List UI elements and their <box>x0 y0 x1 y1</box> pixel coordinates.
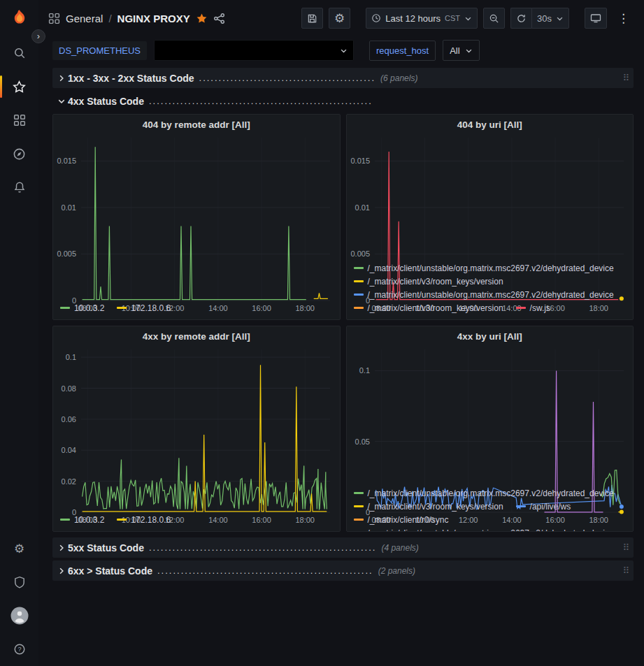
drag-handle-icon[interactable]: ⠿ <box>622 565 629 576</box>
time-series-chart-4xx-uri[interactable]: 08:0010:0012:0014:0016:0018:0000.050.1 <box>347 342 634 486</box>
breadcrumb-folder[interactable]: General <box>66 13 103 24</box>
legend-row: /_matrix/client/v3/room_keys/version/sw.… <box>354 302 627 315</box>
legend-item[interactable]: /_matrix/client/unstable/org.matrix.msc2… <box>354 487 614 500</box>
dot-leader: ........................................… <box>149 96 373 106</box>
refresh-button[interactable] <box>510 8 531 29</box>
legend-item[interactable]: /sw.js <box>516 302 550 315</box>
legend-label: /api/live/ws <box>530 502 571 512</box>
sidebar-spacer <box>0 204 38 532</box>
svg-text:?: ? <box>17 646 21 653</box>
refresh-button-group: 30s <box>510 8 569 29</box>
legend-item[interactable]: /api/live/ws <box>516 500 571 514</box>
legend-item[interactable]: 10.0.3.2 <box>60 302 104 315</box>
favorite-star-icon[interactable] <box>196 13 208 24</box>
row-header-1xx-3xx-2xx[interactable]: 1xx - 3xx - 2xx Status Code ............… <box>52 68 634 88</box>
panel-count: (6 panels) <box>380 73 417 83</box>
legend-row: 10.0.3.2172.18.0.6 <box>60 514 333 527</box>
zoom-out-icon <box>489 13 499 24</box>
legend-item[interactable]: 10.0.3.2 <box>60 514 104 527</box>
legend-item[interactable]: /_matrix/client/v3/room_keys/version <box>354 275 503 289</box>
legend-item[interactable]: /_matrix/client/v3/room_keys/version <box>354 500 503 514</box>
gear-glyph: ⚙ <box>14 543 24 555</box>
panel-404-by-uri: 404 by uri [All] 08:0010:0012:0014:0016:… <box>346 114 634 320</box>
dashboard-settings-button[interactable]: ⚙ <box>329 8 350 29</box>
tv-mode-button[interactable] <box>585 8 607 29</box>
legend-item[interactable]: 172.18.0.6 <box>117 302 171 315</box>
panel-title[interactable]: 404 by remote addr [All] <box>53 115 340 131</box>
chevron-down-icon <box>340 47 348 55</box>
refresh-interval-dropdown[interactable]: 30s <box>531 8 569 29</box>
legend-item[interactable]: 172.18.0.6 <box>117 514 171 527</box>
svg-text:0.015: 0.015 <box>350 157 370 165</box>
time-series-chart-404-uri[interactable]: 08:0010:0012:0014:0016:0018:0000.0050.01… <box>347 131 634 261</box>
explore-compass-icon[interactable] <box>0 137 38 171</box>
datasource-variable-select[interactable] <box>154 40 354 61</box>
main-area: General / NGINX PROXY ⚙ Last 12 hours CS… <box>38 0 644 666</box>
time-range-picker[interactable]: Last 12 hours CST <box>366 8 478 29</box>
series-color-mark <box>516 505 526 507</box>
panel-count: (2 panels) <box>378 566 415 576</box>
legend-item[interactable]: /_matrix/client/unstable/org.matrix.msc2… <box>354 527 614 531</box>
dot-leader: ........................................… <box>199 73 376 83</box>
drag-handle-icon[interactable]: ⠿ <box>622 542 629 553</box>
legend-row: /_matrix/client/v3/room_keys/version <box>354 275 627 289</box>
panel-title[interactable]: 4xx by remote addr [All] <box>53 326 340 342</box>
legend-row: /_matrix/client/v3/room_keys/version/api… <box>354 500 627 514</box>
svg-text:0.015: 0.015 <box>57 157 76 165</box>
search-icon[interactable] <box>0 36 38 70</box>
row-header-6xx[interactable]: 6xx > Status Code ......................… <box>52 560 634 581</box>
legend-label: /_matrix/client/v3/room_keys/version <box>368 303 503 313</box>
save-dashboard-button[interactable] <box>301 8 323 29</box>
legend-label: 10.0.3.2 <box>74 303 104 313</box>
legend-item[interactable]: /_matrix/client/r0/sync <box>354 514 449 527</box>
grafana-flame-icon <box>10 8 29 28</box>
row-header-5xx[interactable]: 5xx Status Code ........................… <box>52 537 634 558</box>
gear-icon: ⚙ <box>334 13 345 24</box>
starred-icon[interactable] <box>0 70 38 103</box>
dashboards-icon[interactable] <box>0 103 38 137</box>
request-host-value: All <box>450 45 459 56</box>
refresh-icon <box>516 13 527 24</box>
panel-title[interactable]: 4xx by uri [All] <box>347 326 634 342</box>
time-series-chart-404-remote-addr[interactable]: 08:0010:0012:0014:0016:0018:0000.0050.01… <box>53 131 340 301</box>
legend-item[interactable]: /_matrix/client/v3/room_keys/version <box>354 302 503 315</box>
row-title: 4xx Status Code <box>68 96 144 107</box>
zoom-out-time-button[interactable] <box>483 8 505 29</box>
datasource-variable-label[interactable]: DS_PROMETHEUS <box>52 41 147 60</box>
grafana-app: ⚙ ? › General / NGINX PROXY <box>0 0 644 666</box>
svg-text:0.02: 0.02 <box>62 477 76 486</box>
settings-gear-icon[interactable]: ⚙ <box>0 532 38 565</box>
request-host-variable-label[interactable]: request_host <box>369 41 436 61</box>
user-avatar[interactable] <box>0 599 38 632</box>
row-header-4xx[interactable]: 4xx Status Code ........................… <box>52 91 634 111</box>
chevron-down-icon <box>556 15 564 22</box>
svg-text:0.05: 0.05 <box>355 437 369 446</box>
kebab-menu-button[interactable]: ⋮ <box>613 8 634 29</box>
legend-item[interactable]: /_matrix/client/unstable/org.matrix.msc2… <box>354 262 614 275</box>
drag-handle-icon[interactable]: ⠿ <box>622 73 629 83</box>
dashboard-header: General / NGINX PROXY ⚙ Last 12 hours CS… <box>38 0 644 36</box>
alerting-bell-icon[interactable] <box>0 171 38 204</box>
legend-label: /_matrix/client/unstable/org.matrix.msc2… <box>368 290 614 300</box>
series-color-mark <box>354 294 364 296</box>
dot-leader: ........................................… <box>149 542 377 553</box>
share-icon[interactable] <box>213 13 225 24</box>
avatar-icon <box>10 607 29 625</box>
sidebar: ⚙ ? <box>0 0 38 666</box>
legend: /_matrix/client/unstable/org.matrix.msc2… <box>347 486 634 531</box>
time-series-chart-4xx-remote-addr[interactable]: 08:0010:0012:0014:0016:0018:0000.020.040… <box>53 342 340 513</box>
apps-grid-icon <box>48 13 60 24</box>
panel-title[interactable]: 404 by uri [All] <box>347 115 634 131</box>
panel-count: (4 panels) <box>381 543 418 553</box>
help-icon[interactable]: ? <box>0 632 38 666</box>
breadcrumb-separator: / <box>108 13 111 24</box>
sidebar-collapse-button[interactable]: › <box>31 29 45 43</box>
dot-leader: ........................................… <box>157 565 373 576</box>
server-admin-shield-icon[interactable] <box>0 565 38 599</box>
legend-row: /_matrix/client/r0/sync <box>354 514 627 527</box>
legend-item[interactable]: /_matrix/client/unstable/org.matrix.msc2… <box>354 289 614 302</box>
request-host-variable-select[interactable]: All <box>443 40 479 61</box>
series-color-mark <box>354 307 364 309</box>
series-color-mark <box>60 307 70 309</box>
legend-label: /sw.js <box>530 303 550 313</box>
